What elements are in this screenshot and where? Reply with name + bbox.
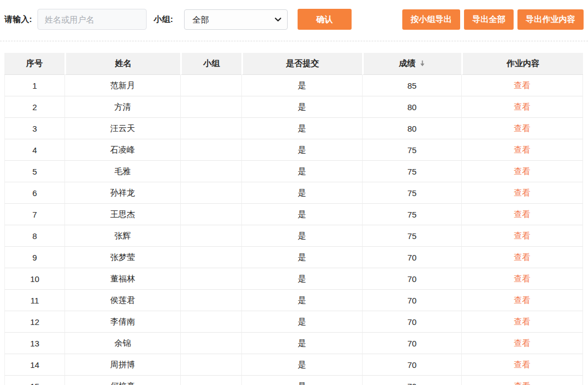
col-header-score-label: 成绩 [399, 58, 416, 68]
cell-content: 查看 [461, 161, 583, 182]
cell-name: 毛雅 [64, 161, 180, 182]
cell-group [180, 311, 241, 333]
col-header-content: 作业内容 [461, 53, 583, 75]
cell-score: 75 [362, 161, 461, 182]
cell-score: 70 [362, 333, 461, 354]
view-link[interactable]: 查看 [514, 317, 531, 326]
cell-submitted: 是 [241, 376, 362, 385]
cell-content: 查看 [461, 268, 583, 290]
view-link[interactable]: 查看 [514, 166, 531, 176]
col-header-no: 序号 [4, 53, 64, 75]
cell-name: 张梦莹 [64, 247, 180, 268]
export-button-group: 按小组导出 导出全部 导出作业内容 [402, 9, 584, 30]
cell-score: 70 [362, 376, 461, 385]
cell-content: 查看 [461, 311, 583, 333]
table-row: 10 董福林 是 70 查看 [4, 268, 583, 290]
cell-score: 75 [362, 139, 461, 161]
export-content-button[interactable]: 导出作业内容 [517, 9, 584, 30]
cell-group [180, 182, 241, 204]
cell-content: 查看 [461, 118, 583, 139]
view-link[interactable]: 查看 [514, 295, 531, 305]
cell-name: 张辉 [64, 225, 180, 247]
cell-submitted: 是 [241, 354, 362, 376]
cell-score: 75 [362, 204, 461, 225]
confirm-button[interactable]: 确认 [298, 9, 352, 30]
cell-group [180, 225, 241, 247]
cell-score: 70 [362, 354, 461, 376]
view-link[interactable]: 查看 [514, 123, 531, 133]
table-row: 15 何梓豪 是 70 查看 [4, 376, 583, 385]
cell-no: 7 [4, 204, 64, 225]
cell-no: 1 [4, 75, 64, 96]
table-row: 12 李倩南 是 70 查看 [4, 311, 583, 333]
cell-score: 80 [362, 96, 461, 118]
table-row: 13 余锦 是 70 查看 [4, 333, 583, 354]
view-link[interactable]: 查看 [514, 274, 531, 283]
cell-no: 11 [4, 290, 64, 311]
cell-submitted: 是 [241, 204, 362, 225]
table-row: 14 周拼博 是 70 查看 [4, 354, 583, 376]
table-header: 序号 姓名 小组 是否提交 成绩 作业内容 [4, 53, 583, 75]
table-row: 1 范新月 是 85 查看 [4, 75, 583, 96]
view-link[interactable]: 查看 [514, 252, 531, 262]
cell-content: 查看 [461, 376, 583, 385]
view-link[interactable]: 查看 [514, 188, 531, 197]
col-header-group: 小组 [180, 53, 241, 75]
cell-submitted: 是 [241, 161, 362, 182]
view-link[interactable]: 查看 [514, 102, 531, 111]
cell-group [180, 161, 241, 182]
cell-content: 查看 [461, 139, 583, 161]
cell-score: 85 [362, 75, 461, 96]
cell-submitted: 是 [241, 139, 362, 161]
cell-no: 13 [4, 333, 64, 354]
table-body: 1 范新月 是 85 查看 2 方清 是 80 查看 3 汪云天 是 80 查看… [4, 75, 583, 385]
cell-name: 董福林 [64, 268, 180, 290]
cell-score: 75 [362, 182, 461, 204]
cell-name: 孙祥龙 [64, 182, 180, 204]
table-row: 3 汪云天 是 80 查看 [4, 118, 583, 139]
cell-score: 70 [362, 290, 461, 311]
cell-content: 查看 [461, 354, 583, 376]
view-link[interactable]: 查看 [514, 80, 531, 90]
export-all-button[interactable]: 导出全部 [464, 9, 514, 30]
dashed-divider [0, 41, 588, 41]
cell-name: 周拼博 [64, 354, 180, 376]
cell-content: 查看 [461, 247, 583, 268]
export-by-group-button[interactable]: 按小组导出 [402, 9, 460, 30]
col-header-score[interactable]: 成绩 [362, 53, 461, 75]
cell-name: 侯莲君 [64, 290, 180, 311]
view-link[interactable]: 查看 [514, 231, 531, 240]
cell-content: 查看 [461, 96, 583, 118]
table-row: 9 张梦莹 是 70 查看 [4, 247, 583, 268]
cell-no: 15 [4, 376, 64, 385]
search-input[interactable] [37, 9, 147, 30]
view-link[interactable]: 查看 [514, 145, 531, 154]
group-select-wrap: 全部 [184, 9, 288, 30]
view-link[interactable]: 查看 [514, 338, 531, 348]
table-row: 5 毛雅 是 75 查看 [4, 161, 583, 182]
cell-content: 查看 [461, 333, 583, 354]
toolbar: 请输入: 小组: 全部 确认 按小组导出 导出全部 导出作业内容 [0, 0, 588, 30]
cell-submitted: 是 [241, 96, 362, 118]
group-select[interactable]: 全部 [184, 9, 288, 30]
cell-submitted: 是 [241, 333, 362, 354]
cell-score: 75 [362, 225, 461, 247]
results-table: 序号 姓名 小组 是否提交 成绩 作业内容 1 范新月 是 85 查看 2 方清… [4, 53, 583, 385]
col-header-submitted: 是否提交 [241, 53, 362, 75]
cell-score: 70 [362, 268, 461, 290]
cell-group [180, 118, 241, 139]
cell-submitted: 是 [241, 118, 362, 139]
cell-content: 查看 [461, 290, 583, 311]
cell-score: 70 [362, 247, 461, 268]
cell-name: 余锦 [64, 333, 180, 354]
cell-group [180, 96, 241, 118]
table-row: 4 石凌峰 是 75 查看 [4, 139, 583, 161]
view-link[interactable]: 查看 [514, 360, 531, 369]
view-link[interactable]: 查看 [514, 381, 531, 385]
cell-submitted: 是 [241, 247, 362, 268]
cell-group [180, 268, 241, 290]
col-header-name: 姓名 [64, 53, 180, 75]
sort-desc-arrow-icon[interactable] [419, 59, 426, 67]
view-link[interactable]: 查看 [514, 209, 531, 219]
cell-name: 范新月 [64, 75, 180, 96]
